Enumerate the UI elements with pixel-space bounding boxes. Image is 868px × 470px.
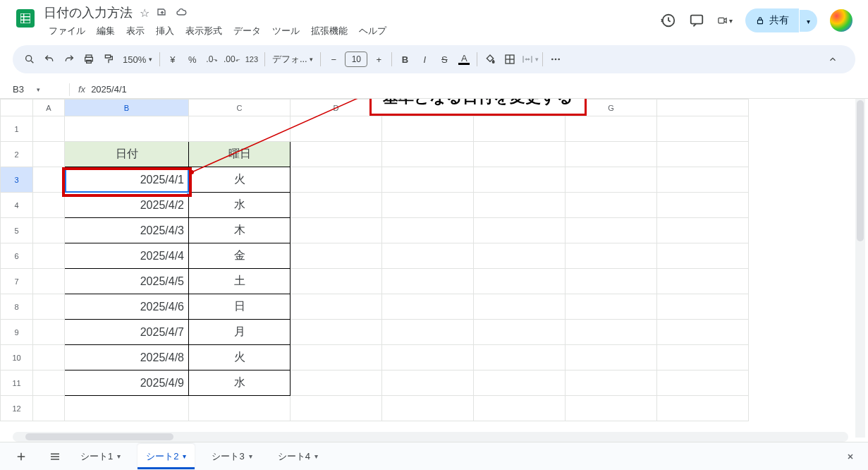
formula-bar[interactable]: 2025/4/1: [91, 84, 127, 95]
zoom-dropdown[interactable]: 150% ▾: [118, 49, 157, 69]
format-percent-icon[interactable]: %: [183, 49, 202, 69]
add-sheet-button[interactable]: [8, 444, 34, 469]
svg-rect-5: [719, 18, 724, 23]
share-button[interactable]: 共有: [745, 8, 799, 32]
decrease-decimal-icon[interactable]: .0⬎: [202, 49, 222, 69]
row-header[interactable]: 9: [1, 320, 33, 345]
paint-format-icon[interactable]: [99, 49, 118, 69]
menu-edit[interactable]: 編集: [92, 23, 120, 40]
cell-C9[interactable]: 月: [189, 320, 291, 345]
menu-format[interactable]: 表示形式: [181, 23, 227, 40]
menu-tools[interactable]: ツール: [267, 23, 305, 40]
row-header[interactable]: 10: [1, 345, 33, 370]
row-header[interactable]: 4: [1, 193, 33, 218]
sheet-tab-3[interactable]: シート3▾: [203, 444, 260, 469]
sheets-logo[interactable]: [11, 4, 39, 32]
row-header[interactable]: 1: [1, 116, 33, 142]
col-header-A[interactable]: A: [33, 100, 65, 116]
menu-view[interactable]: 表示: [121, 23, 149, 40]
row-header[interactable]: 8: [1, 294, 33, 320]
svg-point-7: [26, 56, 32, 61]
svg-point-18: [190, 170, 194, 174]
cell-C8[interactable]: 日: [189, 294, 291, 320]
cell-C7[interactable]: 土: [189, 269, 291, 294]
cell-C4[interactable]: 水: [189, 193, 291, 218]
menu-file[interactable]: ファイル: [44, 23, 90, 40]
bold-icon[interactable]: B: [395, 49, 415, 69]
cell-B2[interactable]: 日付: [65, 142, 189, 167]
fill-color-icon[interactable]: [480, 49, 500, 69]
col-header-H[interactable]: [657, 100, 749, 116]
cell-B7[interactable]: 2025/4/5: [65, 269, 189, 294]
comments-icon[interactable]: [689, 13, 704, 28]
redo-icon[interactable]: [59, 49, 79, 69]
row-header[interactable]: 5: [1, 218, 33, 243]
font-family-dropdown[interactable]: デフォ... ▾: [268, 49, 317, 69]
cell-B6[interactable]: 2025/4/4: [65, 243, 189, 269]
increase-decimal-icon[interactable]: .00⬐: [222, 49, 242, 69]
font-size-input[interactable]: 10: [345, 52, 367, 67]
sheet-tab-4[interactable]: シート4▾: [269, 444, 326, 469]
menu-insert[interactable]: 挿入: [151, 23, 179, 40]
star-icon[interactable]: ☆: [140, 6, 149, 20]
collapse-toolbar-icon[interactable]: [823, 49, 843, 69]
row-header[interactable]: 11: [1, 370, 33, 396]
sheet-tab-1[interactable]: シート1▾: [72, 444, 129, 469]
explore-icon[interactable]: [844, 450, 860, 466]
account-avatar[interactable]: [830, 9, 852, 32]
strikethrough-icon[interactable]: S: [434, 49, 454, 69]
svg-point-14: [551, 59, 554, 61]
lock-icon: [755, 16, 765, 25]
decrease-font-icon[interactable]: −: [324, 49, 343, 69]
menu-bar: ファイル 編集 表示 挿入 表示形式 データ ツール 拡張機能 ヘルプ: [44, 23, 661, 40]
search-menus-icon[interactable]: [20, 49, 39, 69]
row-header[interactable]: 7: [1, 269, 33, 294]
print-icon[interactable]: [79, 49, 99, 69]
more-formats-icon[interactable]: 123: [242, 49, 262, 69]
svg-rect-10: [87, 60, 92, 63]
menu-help[interactable]: ヘルプ: [354, 23, 391, 40]
all-sheets-button[interactable]: [42, 444, 68, 469]
name-box[interactable]: B3▾: [3, 84, 69, 95]
undo-icon[interactable]: [39, 49, 59, 69]
row-header[interactable]: 12: [1, 396, 33, 421]
cell-B8[interactable]: 2025/4/6: [65, 294, 189, 320]
cell-C11[interactable]: 水: [189, 370, 291, 396]
row-header[interactable]: 3: [1, 167, 33, 193]
row-header[interactable]: 6: [1, 243, 33, 269]
meet-icon[interactable]: ▾: [717, 13, 733, 28]
row-header[interactable]: 2: [1, 142, 33, 167]
menu-extensions[interactable]: 拡張機能: [306, 23, 353, 40]
cloud-status-icon[interactable]: [175, 6, 188, 20]
menu-data[interactable]: データ: [228, 23, 266, 40]
share-dropdown[interactable]: ▾: [800, 10, 817, 32]
move-icon[interactable]: [157, 6, 168, 20]
merge-cells-icon[interactable]: ▾: [520, 49, 539, 69]
col-header-B[interactable]: B: [65, 100, 189, 116]
select-all-corner[interactable]: [1, 100, 33, 116]
history-icon[interactable]: [661, 13, 676, 28]
share-label: 共有: [769, 14, 789, 27]
vertical-scrollbar[interactable]: [855, 99, 865, 438]
cell-B11[interactable]: 2025/4/9: [65, 370, 189, 396]
doc-title[interactable]: 日付の入力方法: [44, 4, 133, 21]
borders-icon[interactable]: [500, 49, 520, 69]
italic-icon[interactable]: I: [415, 49, 434, 69]
annotation-cell-frame: [62, 167, 192, 197]
increase-font-icon[interactable]: +: [369, 49, 389, 69]
cell-C5[interactable]: 木: [189, 218, 291, 243]
cell-B10[interactable]: 2025/4/8: [65, 345, 189, 370]
cell-C10[interactable]: 火: [189, 345, 291, 370]
cell-B5[interactable]: 2025/4/3: [65, 218, 189, 243]
horizontal-scrollbar[interactable]: [13, 432, 848, 442]
more-toolbar-icon[interactable]: [546, 49, 566, 69]
sheet-tab-2[interactable]: シート2▾: [137, 444, 195, 469]
format-currency-icon[interactable]: ¥: [163, 49, 183, 69]
cell-B9[interactable]: 2025/4/7: [65, 320, 189, 345]
text-color-icon[interactable]: A: [454, 49, 474, 69]
app-header: 日付の入力方法 ☆ ファイル 編集 表示 挿入 表示形式 データ ツール 拡張機…: [0, 0, 868, 40]
cell-C6[interactable]: 金: [189, 243, 291, 269]
annotation-callout: 基準となる日付を変更する: [369, 99, 587, 116]
svg-line-17: [192, 99, 372, 172]
annotation-connector: [189, 99, 379, 183]
